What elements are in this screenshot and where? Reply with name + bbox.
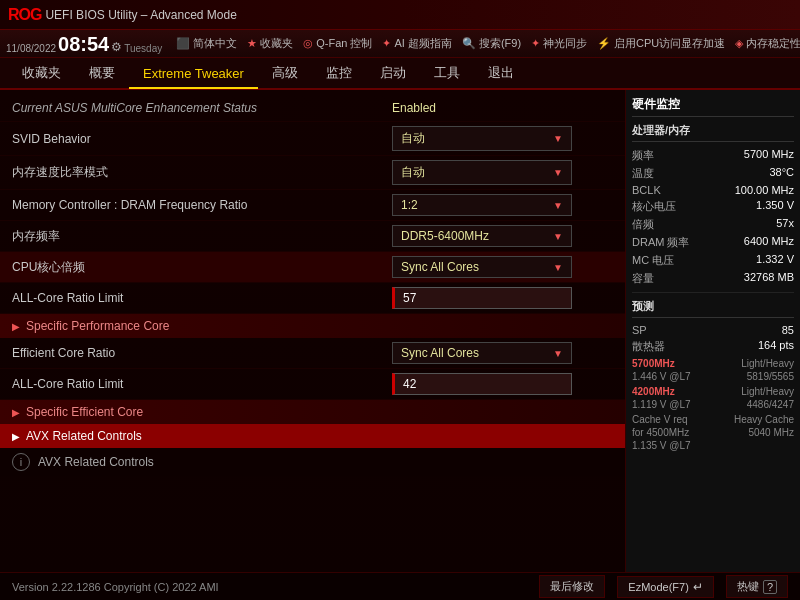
chevron-down-icon: ▼ xyxy=(553,167,563,178)
bios-title: UEFI BIOS Utility – Advanced Mode xyxy=(45,8,236,22)
tab-exit[interactable]: 退出 xyxy=(474,58,528,90)
ecore-freq-row: 4200MHz Light/Heavy xyxy=(632,386,794,397)
version-text: Version 2.22.1286 Copyright (C) 2022 AMI xyxy=(12,581,219,593)
main-content: Current ASUS MultiCore Enhancement Statu… xyxy=(0,90,800,572)
toolbar-item-ai[interactable]: ✦ AI 超频指南 xyxy=(382,36,451,51)
allcore-ratio-input-2[interactable] xyxy=(392,373,572,395)
toolbar-item-qfan[interactable]: ◎ Q-Fan 控制 xyxy=(303,36,372,51)
ez-mode-label: EzMode(F7) xyxy=(628,581,689,593)
hw-temp-value: 38°C xyxy=(769,166,794,181)
sync-icon: ✦ xyxy=(531,37,540,50)
hw-bclk-row: BCLK 100.00 MHz xyxy=(632,184,794,196)
chevron-down-icon: ▼ xyxy=(553,348,563,359)
rog-logo: ROG xyxy=(8,6,41,24)
status-bar: Version 2.22.1286 Copyright (C) 2022 AMI… xyxy=(0,572,800,600)
hw-corevolt-value: 1.350 V xyxy=(756,199,794,214)
pcore-freq-row: 5700MHz Light/Heavy xyxy=(632,358,794,369)
toolbar-item-mem-test[interactable]: ◈ 内存稳定性测试 xyxy=(735,36,800,51)
perf-core-label: Specific Performance Core xyxy=(26,319,169,333)
chevron-down-icon: ▼ xyxy=(553,231,563,242)
hotkey-button[interactable]: 热键 ? xyxy=(726,575,788,598)
tab-advanced[interactable]: 高级 xyxy=(258,58,312,90)
ecore-freq-label: 4200MHz xyxy=(632,386,675,397)
mc-dram-dropdown[interactable]: 1:2 ▼ xyxy=(392,194,572,216)
status-buttons: 最后修改 EzMode(F7) ↵ 热键 ? xyxy=(539,575,788,598)
hw-heatsink-label: 散热器 xyxy=(632,339,665,354)
gear-icon[interactable]: ⚙ xyxy=(111,40,122,54)
hw-temp-label: 温度 xyxy=(632,166,654,181)
avx-section-label: AVX Related Controls xyxy=(26,429,142,443)
tab-favorites[interactable]: 收藏夹 xyxy=(8,58,75,90)
tab-tools[interactable]: 工具 xyxy=(420,58,474,90)
cpu-ratio-row: CPU核心倍频 Sync All Cores ▼ xyxy=(0,252,625,283)
mc-dram-label: Memory Controller : DRAM Frequency Ratio xyxy=(12,198,392,212)
eff-core-ratio-row: Efficient Core Ratio Sync All Cores ▼ xyxy=(0,338,625,369)
eff-core-ratio-dropdown[interactable]: Sync All Cores ▼ xyxy=(392,342,572,364)
expand-arrow-icon: ▶ xyxy=(12,321,20,332)
hotkey-label: 热键 xyxy=(737,579,759,594)
pcore-volt-label: 1.446 V @L7 xyxy=(632,371,691,382)
hw-mcvolt-value: 1.332 V xyxy=(756,253,794,268)
eff-core-ratio-label: Efficient Core Ratio xyxy=(12,346,392,360)
ecore-prediction: 4200MHz Light/Heavy 1.119 V @L7 4486/424… xyxy=(632,386,794,410)
tab-monitor[interactable]: 监控 xyxy=(312,58,366,90)
hw-cap-value: 32768 MB xyxy=(744,271,794,286)
perf-core-section-header[interactable]: ▶ Specific Performance Core xyxy=(0,314,625,338)
toolbar-item-favorites[interactable]: ★ 收藏夹 xyxy=(247,36,293,51)
mem-freq-label: 内存频率 xyxy=(12,228,392,245)
toolbar-item-cpu-access[interactable]: ⚡ 启用CPU访问显存加速 xyxy=(597,36,725,51)
last-modify-button[interactable]: 最后修改 xyxy=(539,575,605,598)
svid-dropdown[interactable]: 自动 ▼ xyxy=(392,126,572,151)
tab-overview[interactable]: 概要 xyxy=(75,58,129,90)
hw-mult-value: 57x xyxy=(776,217,794,232)
chevron-down-icon: ▼ xyxy=(553,200,563,211)
tab-extreme-tweaker[interactable]: Extreme Tweaker xyxy=(129,60,258,89)
allcore-ratio-input[interactable] xyxy=(392,287,572,309)
eff-core-section-header[interactable]: ▶ Specific Efficient Core xyxy=(0,400,625,424)
multicore-status-value: Enabled xyxy=(392,101,613,115)
cache-prediction: Cache V req Heavy Cache for 4500MHz 5040… xyxy=(632,414,794,451)
avx-info-label: AVX Related Controls xyxy=(38,455,154,469)
time-display: 08:54 xyxy=(58,34,109,54)
settings-panel: Current ASUS MultiCore Enhancement Statu… xyxy=(0,90,625,572)
hw-mult-label: 倍频 xyxy=(632,217,654,232)
toolbar-item-search[interactable]: 🔍 搜索(F9) xyxy=(462,36,521,51)
hw-heatsink-value: 164 pts xyxy=(758,339,794,354)
hw-freq-row: 频率 5700 MHz xyxy=(632,148,794,163)
hw-mult-row: 倍频 57x xyxy=(632,217,794,232)
chevron-down-icon: ▼ xyxy=(553,262,563,273)
toolbar: 11/08/2022 08:54 ⚙ Tuesday ⬛ 简体中文 ★ 收藏夹 … xyxy=(0,30,800,58)
cache-volt2-label: 1.135 V @L7 xyxy=(632,440,691,451)
pcore-freq-label: 5700MHz xyxy=(632,358,675,369)
mem-freq-dropdown[interactable]: DDR5-6400MHz ▼ xyxy=(392,225,572,247)
titlebar: ROG UEFI BIOS Utility – Advanced Mode xyxy=(0,0,800,30)
weekday-display: Tuesday xyxy=(124,43,162,54)
hw-heatsink-row: 散热器 164 pts xyxy=(632,339,794,354)
star-icon: ★ xyxy=(247,37,257,50)
tab-boot[interactable]: 启动 xyxy=(366,58,420,90)
toolbar-item-sync[interactable]: ✦ 神光同步 xyxy=(531,36,587,51)
multicore-status-label: Current ASUS MultiCore Enhancement Statu… xyxy=(12,101,392,115)
memtest-icon: ◈ xyxy=(735,37,743,50)
cache-freq-row: Cache V req Heavy Cache xyxy=(632,414,794,425)
avx-section-header[interactable]: ▶ AVX Related Controls xyxy=(0,424,625,448)
hw-corevolt-row: 核心电压 1.350 V xyxy=(632,199,794,214)
hw-freq-label: 频率 xyxy=(632,148,654,163)
mem-ratio-dropdown[interactable]: 自动 ▼ xyxy=(392,160,572,185)
cpu-ratio-dropdown[interactable]: Sync All Cores ▼ xyxy=(392,256,572,278)
info-icon: i xyxy=(12,453,30,471)
hw-bclk-label: BCLK xyxy=(632,184,661,196)
exit-icon: ↵ xyxy=(693,580,703,594)
search-icon: 🔍 xyxy=(462,37,476,50)
mem-ratio-row: 内存速度比率模式 自动 ▼ xyxy=(0,156,625,190)
allcore-ratio-row: ALL-Core Ratio Limit xyxy=(0,283,625,314)
hw-sp-label: SP xyxy=(632,324,647,336)
expand-arrow-icon-2: ▶ xyxy=(12,407,20,418)
multicore-status-row: Current ASUS MultiCore Enhancement Statu… xyxy=(0,94,625,122)
toolbar-item-language[interactable]: ⬛ 简体中文 xyxy=(176,36,237,51)
pcore-volt-row: 1.446 V @L7 5819/5565 xyxy=(632,371,794,382)
hw-sp-value: 85 xyxy=(782,324,794,336)
allcore-ratio-label: ALL-Core Ratio Limit xyxy=(12,291,392,305)
fan-icon: ◎ xyxy=(303,37,313,50)
ez-mode-button[interactable]: EzMode(F7) ↵ xyxy=(617,576,714,598)
